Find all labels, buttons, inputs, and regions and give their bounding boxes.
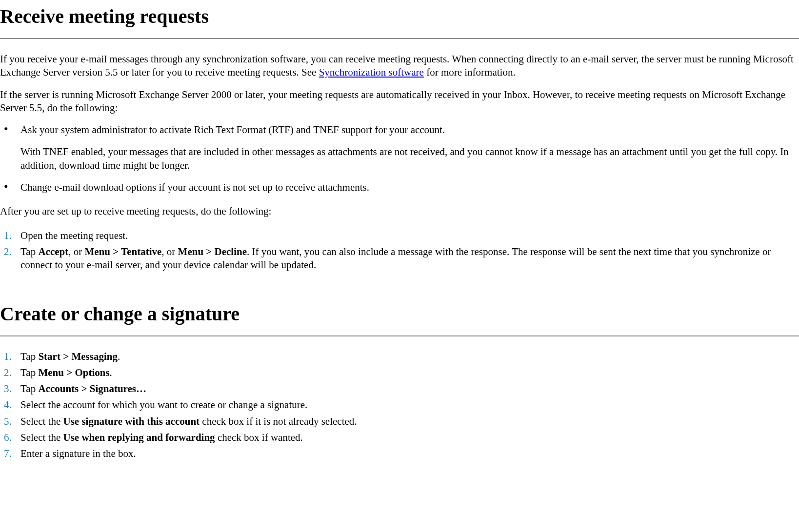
sig-step-2-text-2: .: [110, 367, 112, 378]
bullet-item-1: Ask your system administrator to activat…: [0, 123, 799, 172]
bullet-2-text: Change e-mail download options if your a…: [20, 181, 369, 193]
sig-step-5-text-1: Select the: [20, 415, 63, 427]
steps-list-2: Tap Start > Messaging. Tap Menu > Option…: [0, 350, 799, 461]
after-setup-paragraph: After you are set up to receive meeting …: [0, 205, 799, 218]
intro-text-2: for more information.: [424, 66, 516, 78]
bullet-1-line-2: With TNEF enabled, your messages that ar…: [20, 145, 799, 172]
heading-create-signature: Create or change a signature: [0, 301, 799, 327]
sig-step-1-text-2: .: [118, 351, 120, 362]
sig-step-3-text-1: Tap: [20, 383, 38, 394]
bullet-list: Ask your system administrator to activat…: [0, 123, 799, 194]
divider: [0, 335, 799, 336]
sig-step-5-text-2: check box if it is not already selected.: [200, 415, 357, 427]
intro-paragraph: If you receive your e-mail messages thro…: [0, 53, 799, 79]
divider: [0, 38, 799, 39]
step-2-text-1: Tap: [20, 246, 38, 257]
sig-step-7: Enter a signature in the box.: [0, 447, 799, 460]
sig-step-3: Tap Accounts > Signatures…: [0, 382, 799, 395]
step-2-text-2: , or: [68, 246, 84, 257]
step-1: Open the meeting request.: [0, 229, 799, 242]
sig-step-2-text-1: Tap: [20, 367, 38, 378]
sig-step-1-bold: Start > Messaging: [38, 351, 117, 362]
sig-step-1: Tap Start > Messaging.: [0, 350, 799, 363]
sig-step-5: Select the Use signature with this accou…: [0, 415, 799, 428]
step-2: Tap Accept, or Menu > Tentative, or Menu…: [0, 245, 799, 272]
sig-step-4: Select the account for which you want to…: [0, 398, 799, 412]
step-2-bold-tentative: Menu > Tentative: [85, 246, 162, 257]
bullet-item-2: Change e-mail download options if your a…: [0, 181, 799, 194]
step-2-bold-accept: Accept: [38, 246, 68, 257]
sig-step-2: Tap Menu > Options.: [0, 366, 799, 379]
sig-step-1-text-1: Tap: [20, 351, 38, 362]
step-2-text-3: , or: [161, 246, 178, 257]
sig-step-6-text-2: check box if wanted.: [215, 432, 303, 443]
sig-step-3-bold: Accounts > Signatures…: [38, 383, 146, 394]
sig-step-6-text-1: Select the: [20, 432, 63, 443]
synchronization-software-link[interactable]: Synchronization software: [319, 66, 424, 78]
bullet-1-line-1: Ask your system administrator to activat…: [20, 123, 799, 137]
steps-list-1: Open the meeting request. Tap Accept, or…: [0, 229, 799, 272]
sig-step-5-bold: Use signature with this account: [63, 415, 200, 427]
sig-step-6-bold: Use when replying and forwarding: [63, 432, 215, 443]
sig-step-6: Select the Use when replying and forward…: [0, 431, 799, 444]
heading-receive-meeting-requests: Receive meeting requests: [0, 4, 799, 29]
step-2-bold-decline: Menu > Decline: [178, 246, 247, 257]
exchange-server-paragraph: If the server is running Microsoft Excha…: [0, 88, 799, 115]
sig-step-2-bold: Menu > Options: [38, 367, 109, 378]
